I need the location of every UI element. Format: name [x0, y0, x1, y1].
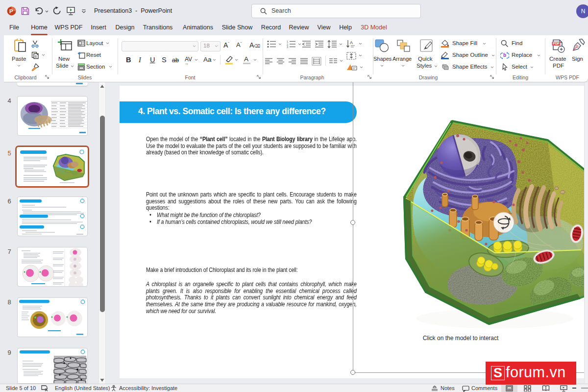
svg-text:A: A — [350, 40, 353, 45]
svg-text:PDF: PDF — [553, 42, 560, 45]
svg-text:b: b — [503, 52, 506, 58]
svg-text:P: P — [9, 8, 13, 14]
svg-text:3: 3 — [287, 46, 288, 48]
